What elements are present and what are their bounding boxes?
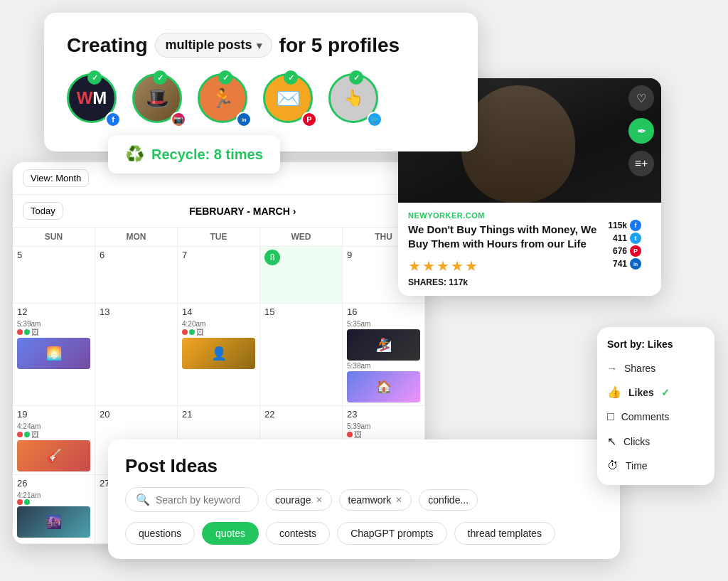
post-thumb-16a: 🏂 [347,329,420,361]
dot-red [17,432,23,437]
post-thumb-12: 🌅 [17,338,90,369]
facebook-icon: f [630,220,641,231]
pinterest-badge-4: P [301,112,317,127]
check-icon-1: ✓ [87,70,102,85]
check-icon-3: ✓ [218,70,232,85]
cal-cell-15: 15 [260,304,343,406]
thumbs-up-icon: 👍 [607,385,621,399]
courage-label: courage [275,494,311,506]
chevron-down-icon: ▾ [257,40,262,51]
day-header-mon: MON [95,228,178,247]
post-meta-26 [17,499,90,505]
cal-cell-16: 16 5:35am 🏂 5:38am 🏠 [343,304,425,406]
search-icon: 🔍 [136,493,150,506]
image-icon: 🖼 [354,430,362,439]
image-icon: 🖼 [31,430,39,439]
remove-teamwork-icon[interactable]: ✕ [395,495,402,505]
dot-red [182,329,188,335]
twitter-badge-5: 🐦 [367,112,382,127]
cat-quotes[interactable]: quotes [202,522,259,545]
arrow-icon: → [607,363,617,374]
badge-label: multiple posts [166,38,252,53]
keyword-tag-courage[interactable]: courage ✕ [266,489,332,511]
twitter-icon: t [630,233,641,244]
post-time-16a: 5:35am [347,320,420,328]
dot-red [17,329,23,335]
view-month-button[interactable]: View: Month [23,169,89,187]
search-row: 🔍 courage ✕ teamwork ✕ confide... [125,487,603,512]
check-icon-5: ✓ [349,70,363,85]
cat-thread-templates[interactable]: thread templates [454,522,555,545]
sort-title: Sort by: Likes [597,334,714,357]
search-input[interactable] [156,494,248,506]
post-time-14: 4:20am [182,320,255,328]
feather-button[interactable]: ✒ [628,118,654,144]
category-row: questions quotes contests ChapGPT prompt… [125,522,603,545]
cal-cell-14: 14 4:20am 🖼 👤 [178,304,260,406]
check-icon: ✓ [661,387,670,398]
cat-contests[interactable]: contests [266,522,330,545]
sort-clicks[interactable]: ↖ Clicks [597,429,714,454]
ny-stat-tw: 411 t [608,233,641,244]
ny-content-inner: NEWYORKER.COM We Don't Buy Things with M… [408,211,651,287]
post-time-19: 4:24am [17,422,90,430]
image-icon: 🖼 [196,328,204,336]
pinterest-icon: P [630,245,641,257]
cursor-icon: ↖ [607,435,616,448]
sort-likes[interactable]: 👍 Likes ✓ [597,380,714,405]
dot-green [24,432,30,437]
post-ideas-card: Post Ideas 🔍 courage ✕ teamwork ✕ confid… [108,439,620,559]
ny-shares-total: SHARES: 117k [408,277,651,287]
ny-actions: ♡ ✒ ≡+ [628,85,654,176]
heart-button[interactable]: ♡ [628,85,654,111]
ny-stat-li: 741 in [608,258,641,270]
sort-clicks-label: Clicks [623,436,650,447]
sort-comments-label: Comments [621,411,670,422]
calendar-nav: Today FEBRUARY - MARCH › [13,195,425,228]
keyword-tag-confide[interactable]: confide... [419,489,478,511]
recycle-icon: ♻️ [125,145,144,164]
cat-questions[interactable]: questions [125,522,195,545]
avatar-4[interactable]: ✓ ✉️ P [263,73,318,129]
check-icon-4: ✓ [284,70,298,85]
cal-cell-19: 19 4:24am 🖼 🎸 [13,406,95,475]
post-thumb-14: 👤 [182,338,255,369]
clock-icon: ⏱ [607,459,619,472]
sort-dropdown: Sort by: Likes → Shares 👍 Likes ✓ □ Comm… [597,327,714,485]
instagram-badge-2: 📷 [171,112,186,127]
sort-time-label: Time [626,460,648,471]
post-time: 5:39am [17,320,90,328]
day-header-wed: WED [260,228,343,247]
fb-count: 115k [608,220,627,230]
dot-green [24,499,30,505]
sort-time[interactable]: ⏱ Time [597,454,714,478]
linkedin-badge-3: in [236,112,252,127]
calendar-month: FEBRUARY - MARCH › [70,206,415,217]
dot-red [17,499,23,505]
creating-card: Creating multiple posts ▾ for 5 profiles… [44,13,478,151]
facebook-badge-1: f [105,112,121,127]
avatar-3[interactable]: ✓ 🏃 in [198,73,253,129]
post-meta-19: 🖼 [17,430,90,439]
linkedin-icon: in [630,258,641,270]
post-ideas-title: Post Ideas [125,455,603,477]
avatar-5[interactable]: ✓ 👆 🐦 [328,73,384,129]
tw-count: 411 [613,233,627,243]
sort-comments[interactable]: □ Comments [597,405,714,429]
add-button[interactable]: ≡+ [628,151,654,176]
remove-courage-icon[interactable]: ✕ [316,495,323,505]
multiple-posts-badge[interactable]: multiple posts ▾ [155,33,272,58]
comment-icon: □ [607,410,614,423]
keyword-tag-teamwork[interactable]: teamwork ✕ [339,489,412,511]
cat-chapgpt[interactable]: ChapGPT prompts [337,522,446,545]
recycle-badge: ♻️ Recycle: 8 times [108,135,280,174]
confide-label: confide... [428,494,469,506]
chevron-right-icon: › [293,206,296,217]
today-button[interactable]: Today [23,202,63,220]
cal-cell-6: 6 [95,247,178,304]
avatar-2[interactable]: ✓ 🎩 📷 [132,73,188,129]
sort-shares[interactable]: → Shares [597,357,714,380]
creating-suffix: for 5 profiles [279,34,400,57]
avatar-1[interactable]: ✓ WM f [67,73,122,129]
dot-green [189,329,195,335]
